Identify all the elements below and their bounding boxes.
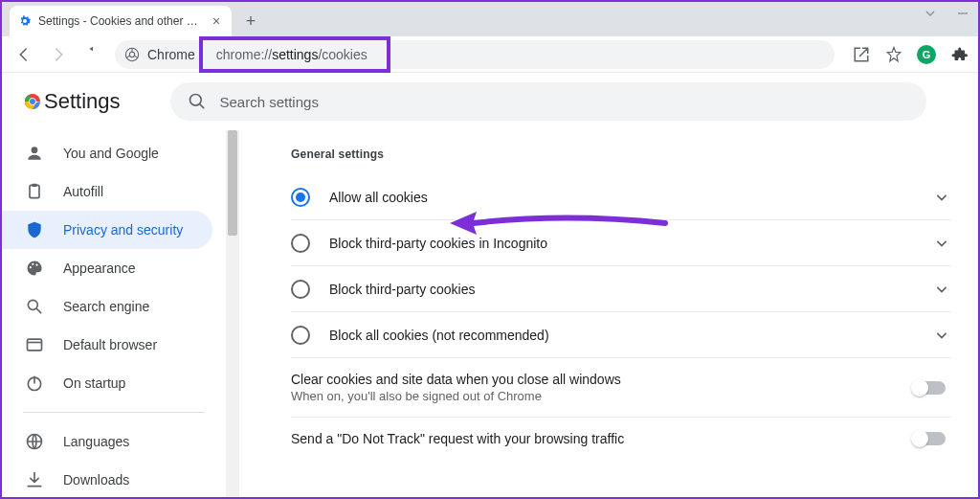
close-icon[interactable]: × [209,13,224,29]
settings-header: Settings Search settings [2,73,978,130]
sidebar-item-label: On startup [63,375,125,391]
search-settings-input[interactable]: Search settings [170,82,927,121]
svg-point-6 [32,147,38,153]
do-not-track-row[interactable]: Send a "Do Not Track" request with your … [291,418,951,460]
extensions-icon[interactable] [949,45,969,64]
chevron-down-icon[interactable] [932,280,951,299]
svg-rect-7 [30,185,39,197]
option-label: Block third-party cookies [329,282,913,297]
address-bar[interactable]: Chrome chrome://settings/cookies [115,40,835,69]
cookie-option-block-incognito[interactable]: Block third-party cookies in Incognito [291,220,951,266]
sidebar-item-default-browser[interactable]: Default browser [2,326,212,364]
share-icon[interactable] [852,45,871,64]
page-title: Settings [44,89,121,114]
settings-sidebar: You and Google Autofill Privacy and secu… [2,130,226,499]
search-icon [25,297,44,316]
row-subtitle: When on, you'll also be signed out of Ch… [291,389,900,403]
grammarly-extension-icon[interactable]: G [917,45,936,64]
scrollbar-thumb[interactable] [228,130,237,236]
row-title: Clear cookies and site data when you clo… [291,372,900,387]
site-info-icon[interactable] [124,47,140,62]
new-tab-button[interactable]: + [237,8,264,34]
palette-icon [25,259,44,278]
browser-tab[interactable]: Settings - Cookies and other site × [10,6,232,36]
svg-rect-8 [33,184,37,187]
toggle-switch[interactable] [913,381,946,395]
chevron-down-icon[interactable] [932,326,951,345]
url-text: chrome://settings/cookies [216,47,368,62]
power-icon [25,374,44,393]
tab-strip: Settings - Cookies and other site × + [2,2,978,36]
sidebar-item-label: You and Google [63,146,159,161]
radio-button[interactable] [291,188,310,207]
browser-toolbar: Chrome chrome://settings/cookies G [2,36,978,73]
chevron-down-icon[interactable] [932,188,951,207]
minimize-icon[interactable] [957,8,969,19]
clipboard-icon [25,182,44,201]
back-button[interactable] [11,42,36,67]
svg-point-4 [30,99,35,104]
sidebar-item-appearance[interactable]: Appearance [2,249,212,287]
svg-point-11 [35,264,37,266]
window-caret-icon[interactable] [924,8,936,19]
radio-button[interactable] [291,234,310,253]
sidebar-scrollbar[interactable] [226,130,239,499]
sidebar-item-label: Languages [63,434,129,449]
reload-button[interactable] [80,42,105,67]
sidebar-item-label: Default browser [63,337,157,352]
sidebar-item-on-startup[interactable]: On startup [2,364,212,402]
sidebar-item-search-engine[interactable]: Search engine [2,287,212,326]
option-label: Allow all cookies [329,190,913,205]
tab-title: Settings - Cookies and other site [38,14,203,28]
section-title: General settings [291,147,951,161]
option-label: Block all cookies (not recommended) [329,328,913,343]
sidebar-item-languages[interactable]: Languages [2,422,212,461]
sidebar-item-you-and-google[interactable]: You and Google [2,134,212,172]
bookmark-icon[interactable] [884,45,903,64]
option-label: Block third-party cookies in Incognito [329,236,913,251]
svg-point-1 [129,52,134,57]
svg-point-12 [28,300,37,309]
clear-cookies-on-close-row[interactable]: Clear cookies and site data when you clo… [291,358,951,418]
forward-button[interactable] [46,42,71,67]
search-placeholder: Search settings [220,94,319,110]
sidebar-item-label: Downloads [63,472,129,488]
sidebar-item-label: Search engine [63,299,149,314]
shield-icon [25,220,44,239]
browser-icon [25,335,44,354]
sidebar-item-label: Privacy and security [63,222,183,238]
gear-icon [17,13,33,29]
svg-point-10 [32,263,33,265]
url-prefix-label: Chrome [147,47,195,62]
cookie-option-allow-all[interactable]: Allow all cookies [291,174,951,220]
svg-rect-13 [28,339,42,351]
download-icon [25,470,44,489]
chevron-down-icon[interactable] [932,234,951,253]
sidebar-separator [23,412,205,413]
chrome-logo-icon [21,90,44,113]
cookie-option-block-all[interactable]: Block all cookies (not recommended) [291,312,951,358]
radio-button[interactable] [291,280,310,299]
settings-main: General settings Allow all cookies Block… [239,130,978,499]
search-icon [188,92,207,111]
row-title: Send a "Do Not Track" request with your … [291,431,900,446]
globe-icon [25,432,44,451]
person-icon [25,144,44,163]
sidebar-item-label: Appearance [63,261,136,276]
window-buttons [924,8,969,19]
sidebar-item-downloads[interactable]: Downloads [2,461,212,499]
cookie-option-block-third-party[interactable]: Block third-party cookies [291,266,951,312]
sidebar-item-autofill[interactable]: Autofill [2,172,212,211]
svg-point-9 [30,266,32,268]
sidebar-item-label: Autofill [63,184,103,199]
sidebar-item-privacy[interactable]: Privacy and security [2,211,212,249]
radio-button[interactable] [291,326,310,345]
toggle-switch[interactable] [913,432,946,445]
